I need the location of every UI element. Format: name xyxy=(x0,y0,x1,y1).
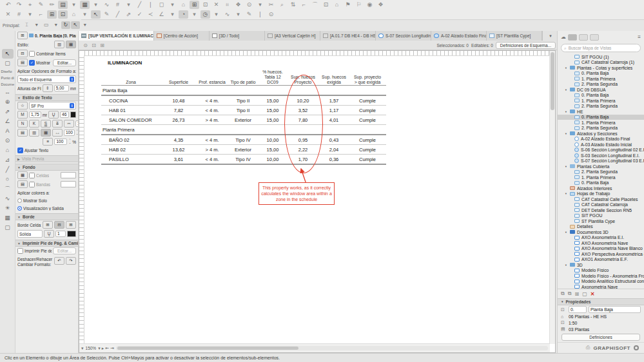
font-size-input[interactable]: 1,75 xyxy=(29,111,41,118)
drawing-tool[interactable]: ▢ xyxy=(2,223,14,233)
horizontal-scrollbar[interactable] xyxy=(116,346,548,350)
select-all-icon[interactable]: ⊡ xyxy=(90,43,98,48)
teamwork-cloud-icon[interactable]: ☁ xyxy=(561,34,566,40)
align-right-icon[interactable]: ▦ xyxy=(41,129,51,137)
align-center-icon[interactable]: ▥ xyxy=(29,129,39,137)
tree-caret-icon[interactable]: ▾ xyxy=(564,192,568,195)
scissors-icon[interactable]: ✂ xyxy=(266,1,276,9)
trace-icon[interactable]: ⊡ xyxy=(58,10,68,19)
print-footer-section[interactable]: ▼ Imprimir Pie de Pág. & Cambio de Forma… xyxy=(15,240,78,247)
table-row[interactable]: PASILLO3,61< 4 m.Tipo IV10,001,700,36Cum… xyxy=(101,155,386,165)
flag-icon[interactable]: ⚑ xyxy=(343,1,353,9)
view-id-input[interactable]: 0. xyxy=(569,306,587,313)
view-map-item[interactable]: 2. Planta Segunda xyxy=(558,169,644,175)
column-icon[interactable]: ⊡ xyxy=(200,1,210,9)
view-map-item[interactable]: SIT PGOU xyxy=(558,213,644,219)
format-scope-select[interactable]: Todo el Esquema ⇕ xyxy=(17,75,76,83)
rotate-icon[interactable]: ↻ xyxy=(61,21,70,29)
redo-icon[interactable]: ↷ xyxy=(14,1,24,9)
tree-caret-icon[interactable]: ▾ xyxy=(564,110,568,113)
marquee-tool[interactable]: ▢ xyxy=(2,59,14,68)
text-style-section[interactable]: ▼ Estilo de Texto xyxy=(15,94,78,101)
arc-tool[interactable]: ⌒ xyxy=(2,184,14,194)
hatch-icon[interactable]: ▦ xyxy=(80,1,90,9)
view-map-item[interactable]: 1. Planta Primera xyxy=(558,120,644,126)
view-map-item[interactable]: ▾Plantas Cubierta xyxy=(558,164,644,169)
wand-dropdown-icon[interactable]: ▾ xyxy=(233,10,243,19)
grid-icon[interactable]: ⌗ xyxy=(222,1,232,9)
pen-color-swatch[interactable] xyxy=(70,111,76,118)
view-map-item[interactable]: 0. Planta Baja xyxy=(558,93,644,99)
table-row[interactable]: COCINA10,48< 4 m.Tipo II15,0010,201,57Cu… xyxy=(101,95,386,106)
tab-list-dropdown[interactable]: ▾ xyxy=(542,31,558,41)
width-factor-input[interactable]: 100 xyxy=(64,129,75,136)
tree-caret-icon[interactable]: ▾ xyxy=(564,231,568,234)
view-map-item[interactable]: ▾3D xyxy=(558,262,644,268)
document-tab[interactable]: S-07 Sección Longitudinal 03 E.F. [... xyxy=(376,31,431,41)
border-horizontal-icon[interactable]: ⊟ xyxy=(54,221,64,229)
inject-parameters-icon[interactable]: ✏ xyxy=(47,1,57,9)
pen-number-input[interactable]: 46 xyxy=(60,111,69,118)
document-tab[interactable]: A-02 Alzado Estado Final [A-02 Alz... xyxy=(431,31,487,41)
document-tab[interactable]: [A.01.7 DB HE4 - DB HS3] xyxy=(320,31,376,41)
zone-tool[interactable]: ⌂ xyxy=(2,146,14,155)
angle-icon[interactable]: ∠ xyxy=(157,10,166,19)
view-settings-button[interactable]: Definiciones xyxy=(561,334,640,341)
text-tool[interactable]: A xyxy=(2,126,14,136)
view-map-item[interactable]: ST Plantilla Cype xyxy=(558,218,644,224)
tree-caret-icon[interactable]: ▾ xyxy=(564,263,568,267)
column-header[interactable]: Zona xyxy=(101,69,161,86)
zoom-menu-icon[interactable]: ▾ xyxy=(98,346,101,351)
pen2-icon[interactable]: ✎ xyxy=(244,10,254,19)
guide-icon[interactable]: ❘ xyxy=(146,1,155,9)
text-style-s-button[interactable]: S xyxy=(41,120,51,128)
background-section[interactable]: ▼ Fondo xyxy=(15,164,78,171)
box-dropdown-icon[interactable]: ▾ xyxy=(168,1,177,9)
cell-icon[interactable]: ⊡ xyxy=(321,1,331,9)
undo-icon[interactable]: ↶ xyxy=(3,1,13,9)
pick-up-parameters-icon[interactable]: ✎ xyxy=(36,1,46,9)
printer-icon[interactable]: ⎙ xyxy=(586,345,590,351)
arrow-tool[interactable]: ↖ xyxy=(2,49,14,59)
slab-dropdown-icon[interactable]: ▾ xyxy=(52,21,61,29)
schedule-table[interactable]: ZonaSuperficieProf. estanciaTipo de pati… xyxy=(101,69,386,165)
view-map-search[interactable]: ⌕ Buscar Mapa de Vistas xyxy=(561,44,641,52)
style-grid-icon[interactable]: ▦ xyxy=(66,41,76,48)
view-map-item[interactable]: ▾Documentos 3D xyxy=(558,229,644,235)
border-color-swatch[interactable] xyxy=(67,231,76,237)
measure2-icon[interactable]: ≺ xyxy=(146,10,155,19)
orbit-dropdown-icon[interactable]: ▾ xyxy=(255,1,265,9)
settings-view-icon[interactable]: ▢ xyxy=(582,291,587,297)
row-height-input[interactable]: 5,00 xyxy=(54,85,69,91)
view-map-item[interactable]: S-06 Sección Longitudinal 02 E.F. xyxy=(558,148,644,153)
orbit-icon[interactable]: ⊙ xyxy=(244,1,254,9)
column-header[interactable]: Sup. huecos exigida xyxy=(319,69,349,86)
hatch-dropdown-icon[interactable]: ▾ xyxy=(91,1,101,9)
zoom-menu-icon[interactable]: ▾ xyxy=(81,346,84,351)
column-header[interactable]: Sup. proyecto > que exigida xyxy=(349,69,386,86)
eyedropper-icon[interactable]: ⌖ xyxy=(25,1,35,9)
view-map-item[interactable]: Modelo Físico xyxy=(558,268,644,274)
align-left-icon[interactable]: ▤ xyxy=(17,129,28,137)
triangle-tool[interactable]: ⊿ xyxy=(2,155,14,165)
document-tab[interactable]: [3D / Todo] xyxy=(210,31,265,41)
view-map-item[interactable]: AXO Axonometría Nave Blanco xyxy=(558,246,644,252)
stretch-icon[interactable]: ⇅ xyxy=(288,1,298,9)
document-tab[interactable]: [ST Plantilla Cype] xyxy=(487,31,542,41)
view-map-item[interactable]: AXO Axonometria E.I. xyxy=(558,235,644,241)
drawing-canvas[interactable]: ILUMINACION ZonaSuperficieProf. estancia… xyxy=(79,50,556,353)
restructure-icon[interactable]: ⊞ xyxy=(98,43,106,48)
gear-icon[interactable]: ❖ xyxy=(233,1,243,9)
group-icon[interactable]: ⊞ xyxy=(190,1,199,9)
cursor-icon[interactable]: ↖ xyxy=(91,10,101,19)
view-map-item[interactable]: 2. Planta Segunda xyxy=(558,82,644,88)
vertical-scrollbar[interactable] xyxy=(549,51,555,344)
anchor-icon[interactable]: ⌂ xyxy=(179,1,188,9)
clock-dropdown-icon[interactable]: ▾ xyxy=(211,10,221,19)
view-map-item[interactable]: Modelo Analítico Estructural con Núcleo xyxy=(558,279,644,285)
column-header[interactable]: % huecos. Tabla 12 DC09 xyxy=(259,69,287,86)
text-style-n-button[interactable]: N xyxy=(17,120,28,128)
font-select[interactable]: SF Pro ⇕ xyxy=(29,102,76,110)
wand-icon[interactable]: ∿ xyxy=(222,10,232,19)
view-map-item[interactable]: Alzados Interiores xyxy=(558,186,644,191)
